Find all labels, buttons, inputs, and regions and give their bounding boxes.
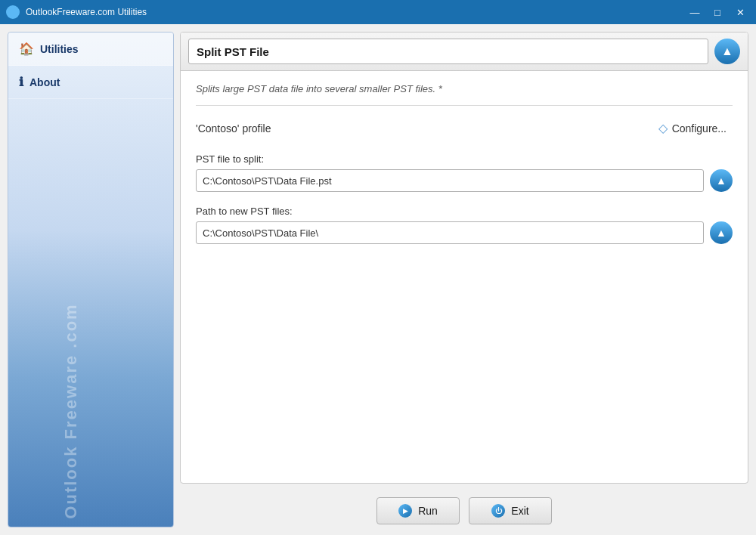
profile-configure-row: 'Contoso' profile ◇ Configure... [196, 118, 733, 138]
pst-source-group: PST file to split: ▲ [196, 153, 733, 192]
app-icon [6, 5, 20, 19]
maximize-button[interactable]: □ [708, 5, 727, 20]
up-arrow-icon: ▲ [721, 45, 733, 58]
pst-dest-input[interactable] [196, 221, 704, 244]
title-bar-title: OutlookFreeware.com Utilities [26, 7, 685, 17]
configure-button[interactable]: ◇ Configure... [652, 118, 733, 138]
tool-dropdown[interactable]: Split PST File Merge PST Files Remove Du… [188, 39, 708, 64]
pst-source-browse-button[interactable]: ▲ [710, 169, 733, 192]
pst-dest-group: Path to new PST files: ▲ [196, 206, 733, 244]
sidebar-item-about-label: About [29, 76, 60, 88]
content-body: Splits large PST data file into several … [181, 71, 748, 270]
pst-dest-row: ▲ [196, 221, 733, 244]
pst-dest-browse-button[interactable]: ▲ [710, 221, 733, 244]
pst-source-input[interactable] [196, 169, 704, 192]
pst-source-label: PST file to split: [196, 153, 733, 165]
pst-dest-label: Path to new PST files: [196, 206, 733, 217]
exit-icon: ⏻ [491, 504, 505, 518]
content-area: Split PST File Merge PST Files Remove Du… [180, 32, 748, 527]
sidebar-item-utilities[interactable]: 🏠 Utilities [8, 32, 173, 66]
minimize-button[interactable]: — [685, 5, 705, 20]
configure-icon: ◇ [658, 121, 668, 135]
watermark-text: Outlook Freeware .com [61, 303, 81, 518]
browse-up-icon-1: ▲ [716, 175, 727, 187]
exit-btn-label: Exit [511, 505, 528, 517]
home-icon: 🏠 [19, 42, 34, 56]
sidebar: 🏠 Utilities ℹ About Outlook Freeware .co… [8, 32, 174, 527]
bottom-bar: ▶ Run ⏻ Exit [180, 490, 748, 527]
sidebar-item-utilities-label: Utilities [40, 43, 79, 55]
pst-source-row: ▲ [196, 169, 733, 192]
run-icon: ▶ [398, 504, 412, 518]
top-panel: Split PST File Merge PST Files Remove Du… [180, 32, 748, 484]
profile-label: 'Contoso' profile [196, 122, 271, 135]
title-bar: OutlookFreeware.com Utilities — □ ✕ [0, 0, 756, 24]
description-text: Splits large PST data file into several … [196, 83, 733, 106]
exit-button[interactable]: ⏻ Exit [469, 497, 552, 524]
dropdown-row: Split PST File Merge PST Files Remove Du… [181, 32, 748, 71]
configure-btn-label: Configure... [672, 122, 727, 135]
browse-up-icon-2: ▲ [716, 227, 727, 239]
close-button[interactable]: ✕ [730, 5, 750, 20]
info-icon: ℹ [19, 75, 23, 89]
window-controls: — □ ✕ [685, 5, 750, 20]
run-btn-label: Run [418, 505, 438, 517]
dropdown-up-button[interactable]: ▲ [714, 39, 740, 64]
sidebar-item-about[interactable]: ℹ About [8, 66, 173, 99]
run-button[interactable]: ▶ Run [376, 497, 460, 524]
main-container: 🏠 Utilities ℹ About Outlook Freeware .co… [0, 24, 756, 535]
